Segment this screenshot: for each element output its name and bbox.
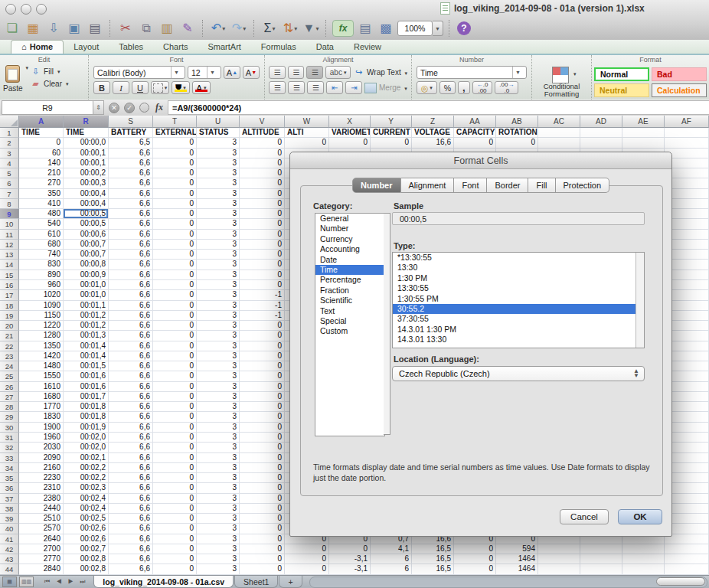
- normal-view-button[interactable]: ▦: [2, 577, 17, 587]
- cancel-button[interactable]: Cancel: [560, 509, 609, 524]
- cell-S9[interactable]: 6,6: [109, 209, 153, 219]
- gallery-icon[interactable]: ▦: [24, 19, 42, 38]
- bold-button[interactable]: B: [93, 81, 110, 94]
- percent-style-button[interactable]: %: [439, 81, 456, 94]
- cell-S12[interactable]: 6,6: [109, 240, 153, 250]
- cell-R2[interactable]: 00:00,0: [64, 138, 109, 148]
- row-header-5[interactable]: 5: [0, 168, 19, 178]
- cell-A42[interactable]: 2700: [19, 544, 64, 554]
- redo-icon-dropdown-arrow-icon[interactable]: ▾: [243, 25, 246, 32]
- cell-style-bad[interactable]: Bad: [652, 67, 707, 81]
- cell-T1[interactable]: EXTERNAL BA: [153, 128, 197, 138]
- cell-U41[interactable]: 3: [197, 534, 240, 544]
- cell-A28[interactable]: 1770: [19, 402, 64, 412]
- cell-T19[interactable]: 0: [153, 311, 197, 321]
- copy-icon[interactable]: ⧉: [137, 19, 155, 38]
- cell-S28[interactable]: 6,6: [109, 402, 153, 412]
- cell-AE2[interactable]: [622, 138, 665, 148]
- cell-A15[interactable]: 890: [19, 270, 64, 280]
- save-icon[interactable]: ▣: [65, 19, 83, 38]
- cell-A3[interactable]: 60: [19, 149, 64, 158]
- cell-T36[interactable]: 0: [153, 483, 197, 493]
- ribbon-tab-smartart[interactable]: SmartArt: [198, 41, 250, 54]
- cell-R36[interactable]: 00:02,3: [64, 483, 109, 493]
- cell-R10[interactable]: 00:00,5: [64, 219, 109, 229]
- cell-A32[interactable]: 2030: [19, 443, 64, 452]
- cell-S6[interactable]: 6,6: [109, 178, 153, 188]
- cell-S8[interactable]: 6,6: [109, 199, 153, 209]
- cell-R33[interactable]: 00:02,1: [64, 453, 109, 463]
- cell-X1[interactable]: VARIOMETER: [329, 128, 371, 138]
- cell-S35[interactable]: 6,6: [109, 473, 153, 483]
- cell-T6[interactable]: 0: [153, 178, 197, 188]
- cell-R28[interactable]: 00:01,8: [64, 402, 109, 412]
- cell-S25[interactable]: 6,6: [109, 371, 153, 381]
- autosum-icon[interactable]: Σ▾: [260, 19, 279, 38]
- cell-AA43[interactable]: 0: [454, 554, 496, 564]
- cell-S15[interactable]: 6,6: [109, 270, 153, 280]
- ribbon-tab-layout[interactable]: Layout: [64, 41, 109, 54]
- cell-U40[interactable]: 3: [197, 524, 240, 534]
- cell-T25[interactable]: 0: [153, 371, 197, 381]
- paste-button[interactable]: Paste: [3, 65, 23, 93]
- cell-V16[interactable]: 0: [240, 280, 285, 290]
- decrease-indent-button[interactable]: ⇤: [326, 81, 343, 94]
- select-all-corner[interactable]: [0, 116, 19, 128]
- print-icon[interactable]: ▤: [86, 19, 104, 38]
- ribbon-tab-review[interactable]: Review: [344, 41, 391, 54]
- category-item-scientific[interactable]: Scientific: [315, 296, 384, 305]
- category-list-scrollbar[interactable]: [384, 213, 390, 435]
- cell-Z2[interactable]: 16,6: [412, 138, 454, 148]
- cell-style-neutral[interactable]: Neutral: [594, 83, 649, 97]
- filter-icon-dropdown-arrow-icon[interactable]: ▾: [315, 25, 319, 32]
- cell-R9[interactable]: 00:00,5: [64, 209, 109, 219]
- cell-W1[interactable]: ALTI: [285, 128, 329, 138]
- cell-V26[interactable]: 0: [240, 382, 285, 392]
- cell-R20[interactable]: 00:01,2: [64, 321, 109, 331]
- category-item-date[interactable]: Date: [315, 255, 384, 265]
- cell-S30[interactable]: 6,6: [109, 423, 153, 433]
- cell-A26[interactable]: 1610: [19, 382, 64, 392]
- category-item-general[interactable]: General: [315, 214, 384, 224]
- cell-A1[interactable]: TIME: [19, 128, 64, 138]
- cell-R22[interactable]: 00:01,4: [64, 341, 109, 351]
- cell-A30[interactable]: 1900: [19, 423, 64, 433]
- cell-T3[interactable]: 0: [153, 149, 197, 158]
- cell-W44[interactable]: 0: [285, 564, 329, 574]
- cell-Z42[interactable]: 16,5: [412, 544, 454, 554]
- cell-S32[interactable]: 6,6: [109, 443, 153, 452]
- category-item-custom[interactable]: Custom: [315, 326, 384, 336]
- cell-U12[interactable]: 3: [197, 240, 240, 250]
- cell-A16[interactable]: 960: [19, 280, 64, 290]
- cell-AC42[interactable]: [538, 544, 580, 554]
- cell-A5[interactable]: 210: [19, 168, 64, 178]
- cell-R43[interactable]: 00:02,8: [64, 554, 109, 564]
- type-list[interactable]: *13:30:5513:301:30 PM13:30:551:30:55 PM3…: [392, 252, 645, 348]
- cell-T23[interactable]: 0: [153, 351, 197, 361]
- row-header-24[interactable]: 24: [0, 361, 19, 371]
- sort-icon-dropdown-arrow-icon[interactable]: ▾: [294, 25, 297, 32]
- cell-R24[interactable]: 00:01,5: [64, 361, 109, 371]
- orientation-button[interactable]: abc▾: [325, 66, 351, 79]
- italic-button[interactable]: I: [113, 81, 129, 94]
- cell-V44[interactable]: 0: [240, 564, 285, 574]
- cell-A31[interactable]: 1960: [19, 433, 64, 443]
- cell-Z43[interactable]: 16,5: [412, 554, 454, 564]
- cell-U5[interactable]: 3: [197, 168, 240, 178]
- cell-S2[interactable]: 6,5: [109, 138, 153, 148]
- open-icon[interactable]: ⇩: [44, 19, 63, 38]
- cell-A40[interactable]: 2570: [19, 524, 64, 534]
- type-item-3[interactable]: 13:30:55: [393, 283, 644, 293]
- cell-A20[interactable]: 1220: [19, 321, 64, 331]
- cell-A21[interactable]: 1280: [19, 331, 64, 341]
- cell-S13[interactable]: 6,6: [109, 250, 153, 260]
- cell-AC44[interactable]: [538, 564, 580, 574]
- cell-T31[interactable]: 0: [153, 433, 197, 443]
- cell-A18[interactable]: 1090: [19, 301, 64, 311]
- insert-function-button[interactable]: [139, 103, 149, 113]
- row-header-18[interactable]: 18: [0, 301, 19, 311]
- underline-button[interactable]: U: [132, 81, 149, 94]
- row-header-2[interactable]: 2: [0, 138, 19, 148]
- cell-S20[interactable]: 6,6: [109, 321, 153, 331]
- category-item-number[interactable]: Number: [315, 224, 384, 234]
